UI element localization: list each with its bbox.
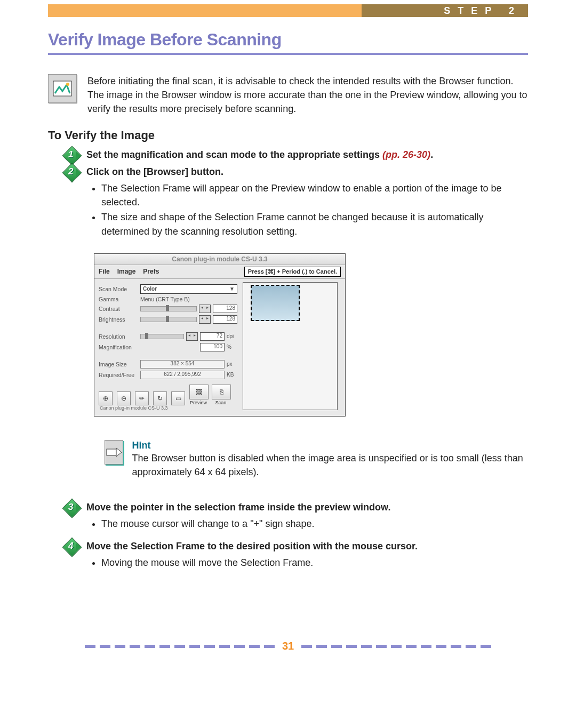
preview-button[interactable]: 🖼 bbox=[189, 385, 209, 399]
step-badge-4: 4 bbox=[65, 539, 80, 554]
scan-button[interactable]: ⎘ bbox=[212, 385, 231, 399]
image-size-unit: px bbox=[227, 361, 237, 367]
page-title: Verify Image Before Scanning bbox=[48, 30, 528, 50]
step-badge-2: 2 bbox=[65, 165, 80, 180]
label-required-free: Required/Free bbox=[99, 372, 140, 378]
svg-point-1 bbox=[66, 83, 69, 86]
page-footer: 31 bbox=[48, 640, 528, 652]
menu-image[interactable]: Image bbox=[117, 268, 136, 275]
selection-frame[interactable] bbox=[251, 285, 300, 321]
magnification-value: 100 bbox=[200, 343, 225, 351]
rotate-tool-icon[interactable]: ↻ bbox=[153, 391, 167, 405]
title-rule bbox=[48, 53, 528, 55]
resolution-stepper[interactable]: ◂▸ bbox=[186, 332, 198, 341]
step-badge-3: 3 bbox=[65, 500, 80, 515]
required-free-unit: KB bbox=[227, 372, 237, 378]
scan-label: Scan bbox=[212, 400, 230, 405]
scan-mode-dropdown[interactable]: Color▼ bbox=[140, 284, 237, 294]
label-image-size: Image Size bbox=[99, 361, 140, 367]
hint-body: The Browser button is disabled when the … bbox=[132, 451, 528, 479]
step-badge-1: 1 bbox=[65, 148, 80, 163]
step-1-heading: Set the magnification and scan mode to t… bbox=[86, 148, 528, 162]
brightness-slider[interactable] bbox=[140, 317, 197, 322]
brightness-value: 128 bbox=[213, 315, 237, 324]
label-brightness: Brightness bbox=[99, 316, 140, 323]
crop-tool-icon[interactable]: ✏ bbox=[135, 391, 149, 405]
step-4-bullet: Moving the mouse will move the Selection… bbox=[101, 556, 528, 570]
resolution-slider[interactable] bbox=[140, 334, 184, 339]
step-2-bullet: The size and shape of the Selection Fram… bbox=[101, 210, 528, 238]
step-4-heading: Move the Selection Frame to the desired … bbox=[86, 539, 528, 554]
intro-text: Before initiating the final scan, it is … bbox=[87, 74, 528, 116]
intro-icon bbox=[48, 74, 77, 103]
svg-marker-3 bbox=[116, 448, 122, 457]
cancel-hint: Press [⌘] + Period (.) to Cancel. bbox=[244, 267, 341, 277]
menu-prefs[interactable]: Prefs bbox=[143, 268, 159, 275]
zoom-out-icon[interactable]: ⊖ bbox=[117, 391, 131, 405]
gamma-value: Menu (CRT Type B) bbox=[140, 296, 237, 302]
label-resolution: Resolution bbox=[99, 333, 140, 340]
hint-title: Hint bbox=[132, 440, 528, 451]
menu-file[interactable]: File bbox=[99, 268, 110, 275]
step-3-bullet: The mouse cursor will change to a "+" si… bbox=[101, 517, 528, 531]
svg-rect-2 bbox=[107, 449, 116, 455]
zoom-in-icon[interactable]: ⊕ bbox=[99, 391, 113, 405]
step-label: STEP 2 bbox=[362, 4, 528, 17]
scanner-dialog: Canon plug-in module CS-U 3.3 File Image… bbox=[94, 253, 346, 417]
section-title: To Verify the Image bbox=[48, 129, 528, 142]
hint-icon bbox=[105, 440, 123, 465]
preview-label: Preview bbox=[189, 400, 207, 405]
dialog-footer: Canon plug-in module CS-U 3.3 bbox=[99, 405, 237, 412]
label-scan-mode: Scan Mode bbox=[99, 286, 140, 292]
contrast-slider[interactable] bbox=[140, 306, 197, 311]
label-gamma: Gamma bbox=[99, 296, 140, 302]
preview-panel[interactable] bbox=[243, 282, 338, 410]
step-3-heading: Move the pointer in the selection frame … bbox=[86, 500, 528, 515]
image-size-value: 382 × 554 bbox=[140, 360, 225, 369]
resolution-unit: dpi bbox=[227, 333, 237, 339]
chevron-down-icon: ▼ bbox=[229, 286, 235, 292]
page-number: 31 bbox=[282, 640, 294, 652]
brightness-stepper[interactable]: ◂▸ bbox=[199, 315, 211, 324]
contrast-value: 128 bbox=[213, 305, 237, 313]
stripe-accent bbox=[48, 4, 362, 17]
label-contrast: Contrast bbox=[99, 306, 140, 312]
header-stripe: STEP 2 bbox=[48, 4, 528, 17]
contrast-stepper[interactable]: ◂▸ bbox=[199, 305, 211, 313]
step-2-heading: Click on the [Browser] button. bbox=[86, 165, 528, 179]
browser-tool-icon[interactable]: ▭ bbox=[171, 391, 185, 405]
label-magnification: Magnification bbox=[99, 344, 140, 350]
dialog-title: Canon plug-in module CS-U 3.3 bbox=[94, 254, 345, 265]
required-free-value: 622 / 2,095,992 bbox=[140, 371, 225, 379]
resolution-value: 72 bbox=[200, 332, 225, 341]
step-2-bullet: The Selection Frame will appear on the P… bbox=[101, 181, 528, 209]
page-ref-link[interactable]: (pp. 26-30) bbox=[382, 149, 430, 160]
magnification-unit: % bbox=[227, 344, 237, 350]
